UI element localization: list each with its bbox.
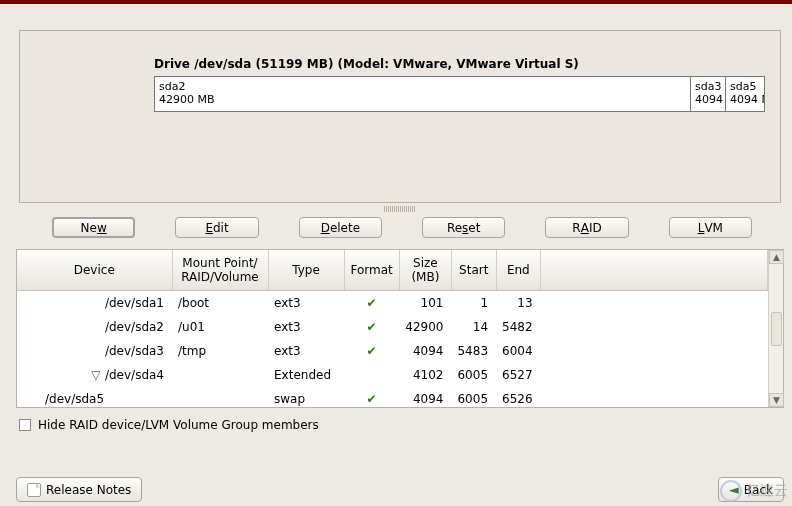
watermark: 亿速云	[720, 480, 788, 502]
col-start[interactable]: Start	[451, 250, 496, 290]
table-header[interactable]: Device Mount Point/RAID/Volume Type Form…	[17, 250, 768, 290]
scroll-thumb[interactable]	[771, 312, 782, 346]
scroll-down-icon[interactable]: ▼	[769, 393, 784, 407]
table-row[interactable]: /dev/sda5swap✔409460056526	[17, 387, 768, 411]
edit-button[interactable]: Edit	[175, 217, 258, 238]
hide-raid-checkbox[interactable]	[19, 419, 31, 431]
drive-bar[interactable]: sda242900 MBsda34094 Msda54094 M	[154, 76, 765, 112]
expand-toggle-icon[interactable]: ▽	[91, 368, 101, 382]
col-type[interactable]: Type	[268, 250, 344, 290]
drive-title: Drive /dev/sda (51199 MB) (Model: VMware…	[154, 57, 765, 71]
raid-button[interactable]: RAID	[545, 217, 628, 238]
reset-button[interactable]: Reset	[422, 217, 505, 238]
table-row[interactable]: /dev/sda2/u01ext3✔42900145482	[17, 315, 768, 339]
table-row[interactable]: /dev/sda3/tmpext3✔409454836004	[17, 339, 768, 363]
delete-button[interactable]: Delete	[299, 217, 382, 238]
col-end[interactable]: End	[496, 250, 541, 290]
partition-segment[interactable]: sda242900 MB	[155, 77, 691, 111]
drive-map-panel: Drive /dev/sda (51199 MB) (Model: VMware…	[19, 30, 781, 203]
partition-table: Device Mount Point/RAID/Volume Type Form…	[16, 249, 784, 408]
watermark-icon	[720, 480, 742, 502]
new-button[interactable]: New	[52, 217, 135, 238]
partition-segment[interactable]: sda54094 M	[726, 77, 764, 111]
col-padding	[541, 250, 768, 290]
partition-segment[interactable]: sda34094 M	[691, 77, 726, 111]
col-format[interactable]: Format	[344, 250, 399, 290]
resize-handle-icon[interactable]	[384, 206, 416, 212]
note-icon	[27, 483, 41, 497]
table-row[interactable]: /dev/sda1/bootext3✔101113	[17, 290, 768, 315]
hide-raid-label[interactable]: Hide RAID device/LVM Volume Group member…	[38, 418, 319, 432]
col-mount[interactable]: Mount Point/RAID/Volume	[172, 250, 268, 290]
col-device[interactable]: Device	[17, 250, 172, 290]
lvm-button[interactable]: LVM	[669, 217, 752, 238]
scrollbar[interactable]: ▲ ▼	[768, 250, 783, 407]
table-row[interactable]: ▽/dev/sda4Extended410260056527	[17, 363, 768, 387]
scroll-up-icon[interactable]: ▲	[769, 250, 784, 264]
release-notes-button[interactable]: Release Notes	[16, 477, 142, 502]
col-size[interactable]: Size(MB)	[399, 250, 451, 290]
